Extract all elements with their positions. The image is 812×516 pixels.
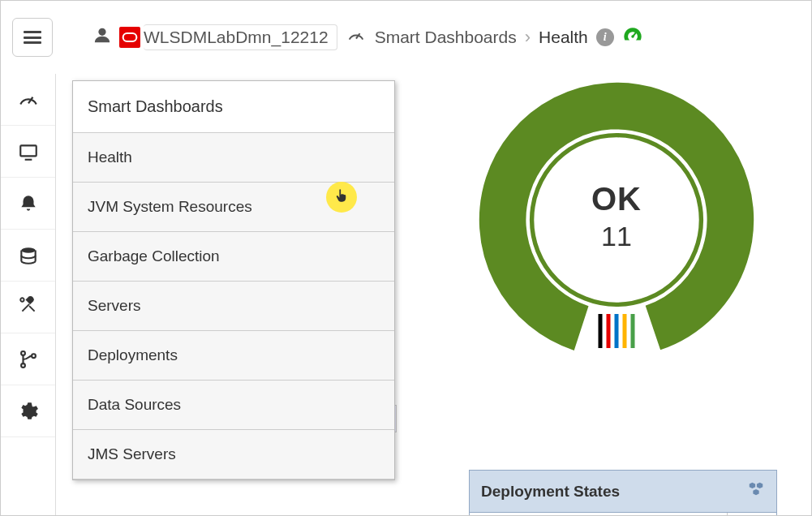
rail-item-database[interactable] xyxy=(1,230,55,282)
rail-item-tools[interactable] xyxy=(1,282,55,333)
speedometer-icon[interactable] xyxy=(622,25,643,50)
svg-point-11 xyxy=(21,351,25,355)
hamburger-icon xyxy=(24,31,41,44)
breadcrumb-section[interactable]: Smart Dashboards xyxy=(375,28,517,47)
oracle-logo-icon xyxy=(119,27,140,48)
user-icon xyxy=(93,26,111,49)
cursor-highlight xyxy=(326,182,357,213)
rail-item-settings[interactable] xyxy=(1,385,55,437)
donut-status-text: OK xyxy=(591,181,642,217)
svg-point-12 xyxy=(21,363,25,368)
chevron-right-icon: › xyxy=(525,27,531,48)
svg-point-13 xyxy=(32,354,36,358)
rail-item-monitor[interactable] xyxy=(1,126,55,178)
donut-count-text: 11 xyxy=(591,221,642,252)
svg-point-9 xyxy=(21,247,35,253)
svg-rect-7 xyxy=(20,145,37,156)
info-icon[interactable]: i xyxy=(596,28,614,46)
domain-name[interactable]: WLSDMLabDmn_12212 xyxy=(144,24,337,50)
pointer-cursor-icon xyxy=(336,188,347,207)
svg-point-0 xyxy=(98,28,105,36)
panel-row-active[interactable]: ✓ Active 11 xyxy=(470,513,776,516)
svg-point-10 xyxy=(20,298,24,301)
cubes-icon[interactable] xyxy=(747,480,765,502)
submenu-item-deployments[interactable]: Deployments xyxy=(73,331,394,381)
breadcrumb-page: Health xyxy=(539,28,588,47)
svg-rect-1 xyxy=(123,33,137,41)
rail-item-dashboards[interactable] xyxy=(1,74,55,126)
sidebar-rail xyxy=(1,74,56,515)
health-donut-chart: OK 11 xyxy=(470,74,763,366)
gauge-icon xyxy=(346,27,367,49)
rail-item-branch[interactable] xyxy=(1,333,55,385)
menu-toggle-button[interactable] xyxy=(12,18,53,57)
deployment-states-panel: Deployment States ✓ Active 11 xyxy=(469,470,777,516)
svg-point-5 xyxy=(631,35,634,37)
rail-item-alerts[interactable] xyxy=(1,178,55,230)
submenu-item-gc[interactable]: Garbage Collection xyxy=(73,232,394,282)
submenu-item-health[interactable]: Health xyxy=(73,133,394,183)
submenu-item-datasources[interactable]: Data Sources xyxy=(73,381,394,430)
submenu-item-servers[interactable]: Servers xyxy=(73,282,394,331)
donut-legend-ticks xyxy=(599,314,635,348)
breadcrumb: WLSDMLabDmn_12212 Smart Dashboards › Hea… xyxy=(93,24,643,50)
dashboards-submenu: Smart Dashboards Health JVM System Resou… xyxy=(72,80,395,480)
panel-title: Deployment States xyxy=(481,483,620,501)
submenu-item-jms[interactable]: JMS Servers xyxy=(73,430,394,479)
submenu-title: Smart Dashboards xyxy=(73,81,394,133)
tools-icon xyxy=(18,295,39,320)
panel-row-value: 11 xyxy=(728,513,776,516)
